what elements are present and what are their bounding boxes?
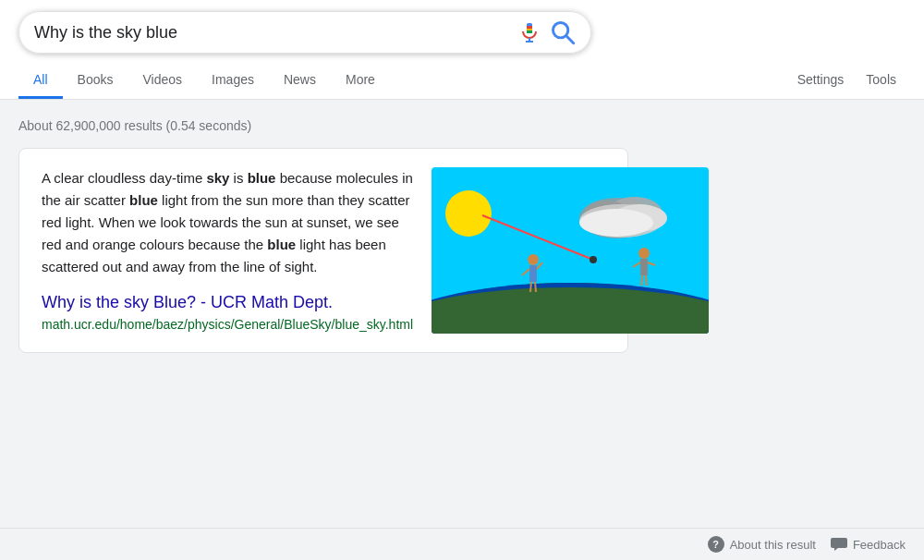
feedback-icon (831, 538, 847, 551)
search-input[interactable] (34, 23, 511, 43)
tab-all-label: All (33, 72, 48, 87)
search-button-icon[interactable] (550, 19, 576, 45)
svg-point-12 (432, 287, 709, 334)
svg-point-19 (579, 209, 653, 237)
svg-point-21 (528, 254, 539, 265)
tab-tools[interactable]: Tools (857, 63, 906, 99)
svg-rect-34 (831, 538, 847, 548)
feedback-item[interactable]: Feedback (831, 538, 906, 552)
tab-images-label: Images (212, 72, 254, 87)
tab-settings[interactable]: Settings (788, 63, 854, 99)
svg-rect-6 (527, 30, 532, 33)
tab-images[interactable]: Images (197, 63, 269, 99)
svg-line-8 (566, 36, 574, 43)
svg-rect-28 (640, 259, 648, 275)
settings-label: Settings (797, 72, 845, 87)
tab-videos[interactable]: Videos (128, 63, 197, 99)
results-count: About 62,900,000 results (0.54 seconds) (18, 118, 628, 133)
svg-line-26 (535, 282, 536, 292)
nav-right: Settings Tools (788, 63, 906, 99)
mic-icon[interactable] (518, 21, 541, 43)
about-result-item[interactable]: ? About this result (708, 536, 816, 553)
svg-rect-5 (527, 29, 532, 30)
snippet-url[interactable]: math.ucr.edu/home/baez/physics/General/B… (42, 317, 413, 332)
about-result-label: About this result (730, 538, 816, 552)
snippet-left: A clear cloudless day-time sky is blue b… (42, 167, 413, 333)
sky-illustration (432, 167, 709, 334)
svg-line-25 (530, 282, 531, 292)
svg-point-27 (638, 248, 650, 259)
svg-line-31 (641, 275, 642, 286)
svg-line-32 (646, 275, 647, 286)
tab-books-label: Books (78, 72, 114, 87)
snippet-text: A clear cloudless day-time sky is blue b… (42, 167, 413, 278)
header: All Books Videos Images News More Settin… (0, 0, 924, 100)
nav-tabs: All Books Videos Images News More Settin… (18, 63, 906, 99)
footer-bar: ? About this result Feedback (0, 528, 924, 560)
tab-videos-label: Videos (142, 72, 182, 87)
search-box (18, 11, 591, 54)
tab-books[interactable]: Books (63, 63, 128, 99)
feedback-label: Feedback (853, 538, 906, 552)
snippet-image (432, 167, 709, 334)
snippet-link-title[interactable]: Why is the sky Blue? - UCR Math Dept. (42, 293, 413, 312)
nav-left: All Books Videos Images News More (18, 63, 788, 99)
about-result-icon: ? (708, 536, 724, 553)
tab-more[interactable]: More (331, 63, 390, 99)
svg-point-33 (590, 256, 597, 263)
search-bar-row (18, 11, 906, 54)
tab-news-label: News (284, 72, 316, 87)
tools-label: Tools (866, 72, 896, 87)
tab-all[interactable]: All (18, 63, 63, 99)
search-icons (518, 19, 576, 45)
svg-rect-4 (527, 26, 532, 29)
tab-news[interactable]: News (269, 63, 331, 99)
svg-rect-3 (527, 23, 532, 26)
tab-more-label: More (346, 72, 375, 87)
main-content: About 62,900,000 results (0.54 seconds) … (0, 100, 647, 371)
svg-marker-35 (834, 548, 838, 551)
svg-point-13 (445, 190, 492, 237)
svg-rect-22 (529, 265, 537, 282)
featured-snippet: A clear cloudless day-time sky is blue b… (18, 148, 628, 353)
